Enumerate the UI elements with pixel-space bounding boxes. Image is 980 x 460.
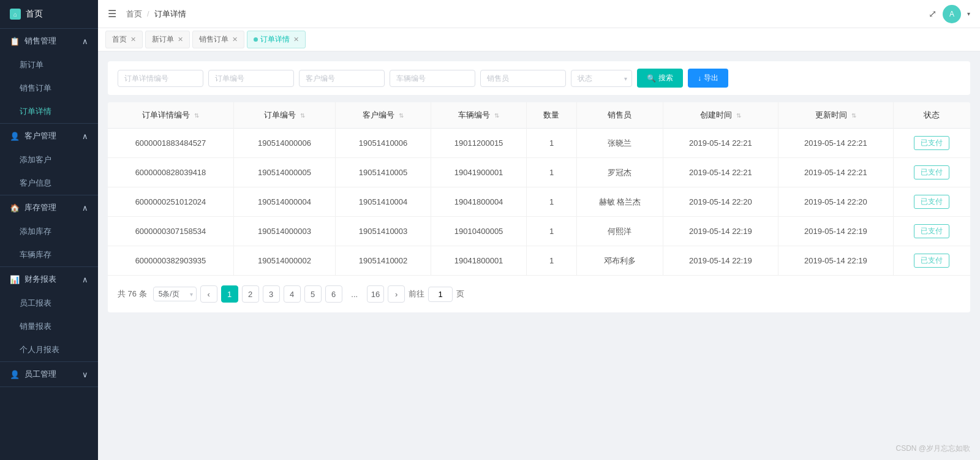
status-select[interactable]: 状态 已支付 未支付 (571, 70, 632, 87)
tab-active-dot-icon (254, 37, 258, 42)
sidebar-group-sales-title[interactable]: 📋 销售管理 ∧ (0, 29, 98, 53)
pagination: 共 76 条 5条/页 10条/页 20条/页 50条/页 ‹ 1 2 3 4 … (108, 276, 970, 312)
tab-order-detail[interactable]: 订单详情 ✕ (247, 31, 306, 48)
sidebar-item-add-inventory[interactable]: 添加库存 (0, 220, 98, 243)
page-goto-input[interactable] (428, 287, 453, 302)
chevron-up-icon: ∧ (82, 37, 88, 46)
cell-salesperson-3: 何熙洋 (576, 217, 663, 246)
sidebar-group-employee: 👤 员工管理 ∨ (0, 362, 98, 387)
col-header-detail-no: 订单详情编号 ⇅ (108, 102, 233, 129)
expand-icon[interactable]: ⤢ (929, 8, 937, 20)
page-btn-4[interactable]: 4 (284, 285, 301, 303)
customer-no-input[interactable] (299, 70, 385, 87)
sidebar-group-finance-label: 财务报表 (24, 274, 56, 285)
cell-customer-no-0: 19051410006 (336, 129, 431, 158)
cell-customer-no-1: 19051410005 (336, 158, 431, 187)
sidebar-item-employee-report-label: 员工报表 (20, 298, 51, 307)
sidebar-group-inventory-title[interactable]: 🏠 库存管理 ∧ (0, 195, 98, 220)
search-button-label: 搜索 (658, 73, 673, 83)
vehicle-no-input[interactable] (390, 70, 475, 87)
sidebar-group-finance-title[interactable]: 📊 财务报表 ∧ (0, 267, 98, 292)
sidebar-item-sales-order[interactable]: 销售订单 (0, 77, 98, 100)
table-header-row: 订单详情编号 ⇅ 订单编号 ⇅ 客户编号 ⇅ 车辆编号 (108, 102, 970, 129)
cell-vehicle-no-1: 19041900001 (431, 158, 527, 187)
page-btn-5[interactable]: 5 (304, 285, 322, 303)
sidebar-item-vehicle-inventory-label: 车辆库存 (20, 250, 51, 259)
order-detail-no-input[interactable] (118, 70, 203, 87)
page-btn-16[interactable]: 16 (367, 285, 384, 303)
sort-icon-vehicle-no[interactable]: ⇅ (494, 112, 499, 119)
sort-icon-created-time[interactable]: ⇅ (736, 112, 741, 119)
page-btn-6[interactable]: 6 (325, 285, 342, 303)
sidebar-home-label[interactable]: 首页 (26, 9, 43, 20)
sort-icon-order-no[interactable]: ⇅ (300, 112, 305, 119)
avatar[interactable]: A (943, 5, 961, 23)
sort-icon-detail-no[interactable]: ⇅ (194, 112, 199, 119)
cell-status-0: 已支付 (893, 129, 970, 158)
page-btn-1[interactable]: 1 (221, 285, 238, 303)
export-button[interactable]: ↓ 导出 (688, 69, 728, 88)
table-row: 6000000307158534 190514000003 1905141000… (108, 217, 970, 246)
menu-toggle-icon[interactable]: ☰ (108, 8, 116, 20)
sidebar-group-customer-title[interactable]: 👤 客户管理 ∧ (0, 124, 98, 148)
breadcrumb-home[interactable]: 首页 (126, 9, 142, 20)
sidebar-item-employee-report[interactable]: 员工报表 (0, 292, 98, 315)
cell-customer-no-4: 19051410002 (336, 246, 431, 276)
cell-status-3: 已支付 (893, 217, 970, 246)
sidebar-item-personal-report-label: 个人月报表 (20, 345, 59, 354)
tab-sales-order-close-icon[interactable]: ✕ (232, 36, 238, 43)
page-prev-btn[interactable]: ‹ (200, 285, 217, 303)
table-row: 6000001883484527 190514000006 1905141000… (108, 129, 970, 158)
topbar-dropdown-icon[interactable]: ▾ (967, 10, 970, 17)
sidebar-item-new-order-label: 新订单 (20, 60, 43, 69)
tab-home[interactable]: 首页 ✕ (105, 31, 143, 48)
sidebar-item-vehicle-inventory[interactable]: 车辆库存 (0, 243, 98, 266)
sort-icon-customer-no[interactable]: ⇅ (399, 112, 404, 119)
tab-new-order-close-icon[interactable]: ✕ (178, 36, 183, 43)
cell-quantity-3: 1 (527, 217, 577, 246)
tab-new-order[interactable]: 新订单 ✕ (145, 31, 190, 48)
sidebar-group-employee-title[interactable]: 👤 员工管理 ∨ (0, 362, 98, 386)
salesperson-input[interactable] (480, 70, 566, 87)
pagination-total: 共 76 条 (118, 288, 147, 300)
sidebar-item-sales-report-label: 销量报表 (20, 322, 51, 331)
col-header-order-no: 订单编号 ⇅ (233, 102, 335, 129)
per-page-select[interactable]: 5条/页 10条/页 20条/页 50条/页 (153, 287, 197, 301)
sidebar-header[interactable]: ⌂ 首页 (0, 0, 98, 29)
sidebar-item-personal-report[interactable]: 个人月报表 (0, 338, 98, 361)
sidebar-item-add-customer[interactable]: 添加客户 (0, 148, 98, 172)
cell-order-no-3: 190514000003 (233, 217, 335, 246)
export-button-label: 导出 (704, 73, 718, 83)
tab-home-close-icon[interactable]: ✕ (130, 36, 136, 43)
page-btn-3[interactable]: 3 (263, 285, 280, 303)
chevron-up-icon-inventory: ∧ (82, 203, 88, 213)
employee-icon: 👤 (10, 370, 20, 379)
sidebar-item-customer-info[interactable]: 客户信息 (0, 172, 98, 195)
col-header-quantity: 数量 (527, 102, 577, 129)
page-btn-2[interactable]: 2 (242, 285, 259, 303)
cell-order-no-1: 190514000005 (233, 158, 335, 187)
cell-quantity-2: 1 (527, 187, 577, 217)
sidebar-item-sales-report[interactable]: 销量报表 (0, 315, 98, 338)
chevron-down-icon-employee: ∨ (82, 370, 88, 379)
search-button[interactable]: 🔍 搜索 (637, 69, 683, 88)
sidebar-item-new-order[interactable]: 新订单 (0, 53, 98, 77)
cell-created-time-1: 2019-05-14 22:21 (663, 158, 778, 187)
topbar: ☰ 首页 / 订单详情 ⤢ A ▾ (98, 0, 980, 28)
cell-vehicle-no-2: 19041800004 (431, 187, 527, 217)
cell-updated-time-0: 2019-05-14 22:21 (778, 129, 893, 158)
cell-detail-no-3: 6000000307158534 (108, 217, 233, 246)
breadcrumb-current: 订单详情 (154, 9, 186, 20)
tab-order-detail-close-icon[interactable]: ✕ (293, 36, 299, 43)
order-no-input[interactable] (208, 70, 294, 87)
export-icon: ↓ (698, 74, 701, 83)
cell-vehicle-no-3: 19010400005 (431, 217, 527, 246)
search-bar: 状态 已支付 未支付 🔍 搜索 ↓ 导出 (108, 61, 970, 95)
col-header-salesperson: 销售员 (576, 102, 663, 129)
topbar-left: ☰ 首页 / 订单详情 (108, 8, 186, 20)
sort-icon-updated-time[interactable]: ⇅ (851, 112, 856, 119)
cell-updated-time-2: 2019-05-14 22:20 (778, 187, 893, 217)
tab-sales-order[interactable]: 销售订单 ✕ (192, 31, 244, 48)
sidebar-item-order-detail[interactable]: 订单详情 (0, 100, 98, 123)
page-next-btn[interactable]: › (388, 285, 405, 303)
